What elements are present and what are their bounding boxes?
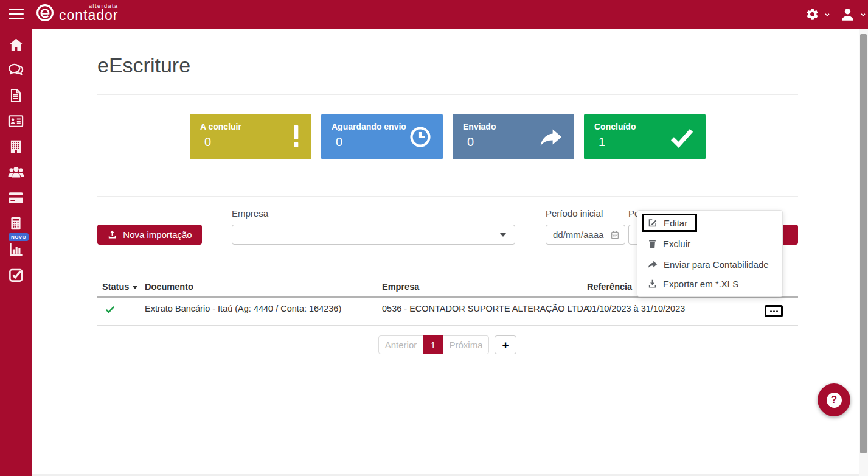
users-icon: [7, 164, 25, 181]
card-value: 0: [467, 135, 474, 149]
bar-chart-icon: [8, 241, 24, 257]
calculator-icon: [8, 215, 24, 231]
card-a-concluir[interactable]: A concluir 0: [190, 114, 311, 159]
cell-empresa: 0536 - ECONTADOR SUPORTE ALTERAÇÃO LTDA: [382, 304, 589, 313]
menu-item-label: Excluir: [663, 239, 690, 249]
card-aguardando-envio[interactable]: Aguardando envio 0: [321, 114, 443, 159]
credit-card-icon: [7, 189, 24, 206]
trash-icon: [647, 239, 658, 249]
sidebar-item-chat[interactable]: [0, 57, 32, 83]
card-value: 1: [599, 135, 605, 149]
column-header-documento[interactable]: Documento: [145, 282, 193, 292]
app-screen: alterdata contador: [0, 0, 868, 476]
calendar-icon: [610, 230, 620, 240]
divider: [97, 196, 798, 197]
periodo-inicial-input[interactable]: dd/mm/aaaa: [546, 225, 625, 245]
divider: [97, 94, 798, 95]
menu-item-exportar-xls[interactable]: Exportar em *.XLS: [647, 279, 738, 289]
sidebar-item-billing[interactable]: [0, 185, 32, 211]
cell-referencia: 01/10/2023 à 31/10/2023: [587, 304, 685, 313]
help-button[interactable]: ?: [818, 383, 850, 416]
brand-logo: alterdata contador: [35, 3, 119, 23]
brand-e-icon: [35, 3, 55, 23]
column-header-status[interactable]: Status: [102, 282, 137, 292]
sidebar-item-tasks[interactable]: [0, 262, 32, 287]
sidebar-item-home[interactable]: [0, 32, 32, 57]
sort-caret-icon: [133, 286, 137, 289]
sidebar-item-users[interactable]: [0, 159, 32, 185]
hamburger-menu-icon[interactable]: [9, 9, 24, 20]
sidebar-item-contacts[interactable]: [0, 108, 32, 134]
card-value: 0: [204, 135, 211, 149]
forward-arrow-icon: [538, 124, 564, 150]
document-icon: [8, 88, 24, 103]
pagination-next-button[interactable]: Próxima: [443, 335, 489, 354]
cell-documento: Extrato Bancário - Itaú (Ag: 4440 / Cont…: [145, 304, 341, 313]
forward-arrow-icon: [647, 259, 658, 270]
edit-icon: [647, 217, 658, 228]
pagination: Anterior 1 Próxima: [378, 335, 489, 354]
column-header-referencia[interactable]: Referência: [587, 282, 632, 292]
empresa-label: Empresa: [232, 208, 268, 219]
menu-item-label: Exportar em *.XLS: [663, 279, 738, 289]
question-icon: ?: [827, 393, 842, 408]
card-enviado[interactable]: Enviado 0: [453, 114, 574, 159]
sidebar-item-calculator[interactable]: [0, 211, 32, 236]
card-label: A concluir: [200, 122, 241, 131]
check-icon: [668, 124, 695, 150]
row-actions-ellipsis-button[interactable]: [765, 305, 783, 317]
caret-down-icon: [500, 233, 506, 237]
menu-item-label: Enviar para Contabilidade: [664, 259, 769, 270]
page-title: eEscriture: [97, 54, 190, 77]
column-header-empresa[interactable]: Empresa: [382, 282, 419, 292]
periodo-inicial-placeholder: dd/mm/aaaa: [546, 229, 610, 240]
clock-icon: [408, 125, 432, 149]
status-check-icon: [105, 304, 116, 315]
pagination-current-page[interactable]: 1: [423, 335, 443, 354]
menu-item-label: Editar: [664, 218, 687, 228]
gear-icon: [805, 7, 819, 21]
new-import-button[interactable]: Nova importação: [97, 225, 202, 245]
vertical-scrollbar-thumb[interactable]: [860, 34, 867, 453]
user-avatar-icon: [839, 6, 856, 23]
empresa-select[interactable]: [232, 225, 515, 245]
sidebar-nav: NOVO: [0, 29, 32, 476]
card-label: Concluído: [594, 122, 636, 131]
pagination-add-button[interactable]: +: [495, 335, 516, 354]
user-menu-button[interactable]: [839, 6, 867, 23]
pagination-prev-button[interactable]: Anterior: [378, 335, 423, 354]
settings-menu-button[interactable]: [805, 7, 831, 21]
upload-icon: [107, 229, 117, 240]
card-concluido[interactable]: Concluído 1: [584, 114, 706, 159]
menu-item-excluir[interactable]: Excluir: [647, 239, 690, 249]
check-square-icon: [8, 267, 24, 283]
card-value: 0: [336, 135, 342, 149]
periodo-inicial-label: Período inicial: [546, 208, 603, 219]
table-row-border: [97, 325, 798, 326]
chevron-down-icon: [859, 11, 867, 18]
card-label: Aguardando envio: [332, 122, 406, 131]
new-import-label: Nova importação: [123, 229, 192, 240]
contact-card-icon: [7, 113, 24, 130]
top-bar: alterdata contador: [0, 0, 868, 29]
brand-name-label: contador: [59, 9, 119, 23]
row-actions-context-menu: Editar Excluir Enviar para Contabilidade…: [637, 210, 783, 297]
exclamation-icon: [291, 125, 301, 149]
sidebar-item-documents[interactable]: [0, 83, 32, 108]
novo-badge: NOVO: [9, 233, 29, 241]
chevron-down-icon: [824, 11, 831, 18]
building-icon: [8, 139, 24, 155]
menu-item-editar[interactable]: Editar: [642, 214, 697, 232]
chat-icon: [7, 61, 24, 79]
download-icon: [647, 279, 658, 289]
card-label: Enviado: [463, 122, 496, 131]
home-icon: [8, 37, 24, 53]
menu-item-enviar-contabilidade[interactable]: Enviar para Contabilidade: [647, 259, 769, 270]
sidebar-item-companies[interactable]: [0, 134, 32, 159]
